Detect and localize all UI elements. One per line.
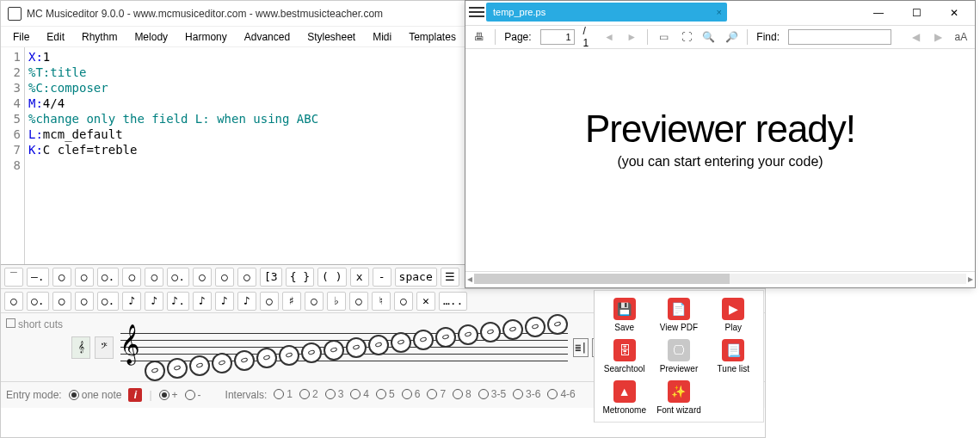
tb2-btn-18[interactable]: ✕ <box>416 292 435 311</box>
entry-one-note[interactable]: one note <box>69 389 122 401</box>
interval-3-6[interactable]: 3-6 <box>513 388 540 400</box>
notehead-17[interactable] <box>525 317 545 337</box>
tb2-btn-1[interactable]: ○. <box>27 292 49 311</box>
notehead-14[interactable] <box>458 324 478 345</box>
text-size-icon[interactable]: aA <box>954 29 968 45</box>
action-play[interactable]: ▶Play <box>707 296 760 334</box>
tb2-btn-6[interactable]: ♪ <box>145 292 163 311</box>
maximize-button[interactable]: ☐ <box>897 2 935 24</box>
tb1-btn-0[interactable]: ‾ <box>4 268 23 287</box>
tb2-btn-10[interactable]: ♪ <box>237 292 256 311</box>
menu-melody[interactable]: Melody <box>126 28 176 46</box>
interval-4-6[interactable]: 4-6 <box>547 388 575 400</box>
action-preview[interactable]: 🖵Previewer <box>652 337 705 375</box>
shortcuts-toggle[interactable]: short cuts <box>6 318 66 330</box>
bass-clef-button[interactable]: 𝄢 <box>95 336 114 359</box>
hamburger-icon[interactable] <box>469 6 484 18</box>
find-input[interactable] <box>788 29 891 45</box>
tb2-btn-2[interactable]: ○ <box>52 292 71 311</box>
nav-prev-icon[interactable]: ◀ <box>909 29 922 45</box>
menu-file[interactable]: File <box>4 28 38 46</box>
action-metro[interactable]: ▲Metronome <box>598 379 650 416</box>
tb2-btn-4[interactable]: ○. <box>97 292 120 311</box>
close-tab-icon[interactable]: × <box>717 7 722 17</box>
tb1-btn-17[interactable]: ☰ <box>441 268 459 287</box>
entry-minus[interactable]: - <box>185 389 201 401</box>
tb2-btn-5[interactable]: ♪ <box>122 292 141 311</box>
tb1-btn-16[interactable]: space <box>395 268 437 287</box>
notehead-13[interactable] <box>435 327 456 348</box>
tb1-btn-15[interactable]: - <box>373 268 391 287</box>
tb1-btn-9[interactable]: ○ <box>215 268 234 287</box>
tb1-btn-13[interactable]: ( ) <box>317 268 346 287</box>
tb1-btn-8[interactable]: ○ <box>193 268 212 287</box>
page-next-icon[interactable]: ► <box>625 29 638 45</box>
tb2-btn-8[interactable]: ♪ <box>193 292 212 311</box>
zoom-out-icon[interactable]: 🔍 <box>702 29 716 45</box>
notehead-6[interactable] <box>279 345 299 366</box>
tb2-btn-15[interactable]: ○ <box>349 292 368 311</box>
interval-8[interactable]: 8 <box>453 388 472 400</box>
notehead-16[interactable] <box>502 319 523 340</box>
preview-h-scrollbar[interactable]: ◂ ▸ <box>465 271 975 286</box>
scroll-thumb[interactable] <box>474 274 730 284</box>
interval-2[interactable]: 2 <box>299 388 318 400</box>
tb2-btn-0[interactable]: ○ <box>4 292 23 311</box>
tb1-btn-14[interactable]: x <box>350 268 369 287</box>
scroll-track[interactable] <box>474 274 966 284</box>
preview-tab[interactable]: temp_pre.ps × <box>486 3 727 22</box>
notehead-10[interactable] <box>368 335 389 355</box>
tb1-btn-11[interactable]: [3 <box>260 268 282 287</box>
interval-4[interactable]: 4 <box>350 388 369 400</box>
tb1-btn-12[interactable]: { } <box>286 268 314 287</box>
close-button[interactable]: ✕ <box>935 2 973 24</box>
interval-3[interactable]: 3 <box>325 388 344 400</box>
notehead-1[interactable] <box>167 358 188 379</box>
tb2-btn-13[interactable]: ○ <box>305 292 324 311</box>
tb2-btn-17[interactable]: ○ <box>394 292 413 311</box>
menu-stylesheet[interactable]: Stylesheet <box>299 28 364 46</box>
tb1-btn-1[interactable]: ‒. <box>27 268 49 287</box>
action-pdf[interactable]: 📄View PDF <box>652 296 705 334</box>
interval-5[interactable]: 5 <box>376 388 395 400</box>
staff-area[interactable]: 𝄞 <box>120 319 568 376</box>
scroll-left-icon[interactable]: ◂ <box>467 273 472 285</box>
page-current-input[interactable] <box>540 29 575 45</box>
page-prev-icon[interactable]: ◄ <box>602 29 616 45</box>
tb1-btn-6[interactable]: ○ <box>145 268 163 287</box>
menu-templates[interactable]: Templates <box>400 28 465 46</box>
menu-advanced[interactable]: Advanced <box>236 28 299 46</box>
interval-1[interactable]: 1 <box>274 388 293 400</box>
notehead-7[interactable] <box>301 342 322 363</box>
nav-next-icon[interactable]: ▶ <box>931 29 945 45</box>
tb1-btn-5[interactable]: ○ <box>122 268 141 287</box>
tb2-btn-19[interactable]: ….. <box>439 292 467 311</box>
menu-harmony[interactable]: Harmony <box>176 28 236 46</box>
tb1-btn-2[interactable]: ○ <box>52 268 71 287</box>
notehead-3[interactable] <box>212 353 232 373</box>
tb1-btn-3[interactable]: ○ <box>75 268 94 287</box>
tb2-btn-9[interactable]: ♪ <box>215 292 234 311</box>
notehead-11[interactable] <box>391 332 411 353</box>
interval-7[interactable]: 7 <box>427 388 446 400</box>
print-icon[interactable]: 🖶 <box>472 29 486 45</box>
menu-midi[interactable]: Midi <box>364 28 400 46</box>
tb2-btn-16[interactable]: ♮ <box>372 292 391 311</box>
tb1-btn-4[interactable]: ○. <box>97 268 120 287</box>
shortcuts-checkbox[interactable] <box>6 318 15 328</box>
action-font[interactable]: ✨Font wizard <box>652 379 705 416</box>
info-button[interactable]: i <box>128 388 142 402</box>
menu-rhythm[interactable]: Rhythm <box>73 28 126 46</box>
tb2-btn-12[interactable]: ♯ <box>282 292 301 311</box>
interval-3-5[interactable]: 3-5 <box>478 388 506 400</box>
tb2-btn-7[interactable]: ♪. <box>167 292 189 311</box>
interval-6[interactable]: 6 <box>402 388 421 400</box>
scroll-right-icon[interactable]: ▸ <box>968 273 973 285</box>
minimize-button[interactable]: — <box>860 2 897 24</box>
tb1-btn-7[interactable]: ○. <box>167 268 189 287</box>
notehead-12[interactable] <box>413 330 434 350</box>
notehead-18[interactable] <box>547 314 568 335</box>
tb2-btn-14[interactable]: ♭ <box>327 292 346 311</box>
action-save[interactable]: 💾Save <box>598 296 650 334</box>
action-search[interactable]: 🗄Searchtool <box>598 337 650 375</box>
